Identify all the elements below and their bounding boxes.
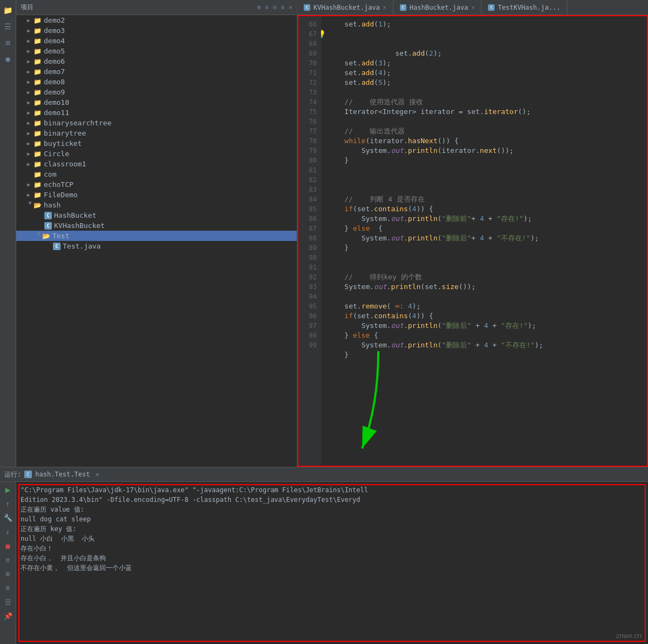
tab-icon-kvhashbucket: C bbox=[304, 4, 310, 11]
code-line-93: set.remove( ∞: 4); bbox=[328, 301, 648, 311]
console-output-3: 正在遍历 key 值: bbox=[21, 524, 644, 534]
run-bar: 运行: C hash.Test.Test ✕ bbox=[0, 467, 648, 482]
console-cmd-1: "C:\Program Files\Java\jdk-17\bin\java.e… bbox=[21, 485, 644, 495]
tab-close-kvhashbucket[interactable]: ✕ bbox=[383, 4, 386, 10]
console-cmd-2: Edition 2023.3.4\bin" -Dfile.encoding=UT… bbox=[21, 495, 644, 505]
console-output-4: null 小白 小黑 小头 bbox=[21, 534, 644, 544]
tree-item-demo3[interactable]: ▶ 📁 demo3 bbox=[16, 25, 297, 36]
console-output-5: 存在小白！ bbox=[21, 544, 644, 553]
tab-hashbucket[interactable]: C HashBucket.java ✕ bbox=[393, 0, 482, 15]
editor-panel: C KVHashBucket.java ✕ C HashBucket.java … bbox=[297, 0, 648, 467]
tree-item-circle[interactable]: ▶ 📁 Circle bbox=[16, 149, 297, 159]
tree-item-binarysearchtree[interactable]: ▶ 📁 binarysearchtree bbox=[16, 118, 297, 128]
run-bar-path: hash.Test.Test bbox=[35, 471, 90, 478]
code-line-96: } else { bbox=[328, 331, 648, 340]
console-stop-icon[interactable]: ■ bbox=[3, 540, 14, 551]
tree-item-echotcp[interactable]: ▶ 📁 echoTCP bbox=[16, 179, 297, 190]
code-line-80 bbox=[328, 175, 648, 185]
run-bar-icon: C bbox=[24, 471, 32, 478]
code-line-67: 💡 set.add(2); bbox=[328, 29, 648, 58]
console-pin-icon[interactable]: 📌 bbox=[3, 611, 14, 621]
tree-item-binarytree[interactable]: ▶ 📁 binarytree bbox=[16, 128, 297, 138]
tree-item-hash[interactable]: ▶ 📂 hash bbox=[16, 200, 297, 210]
code-line-95: System.out.println("删除后" + 4 + "存在!"); bbox=[328, 321, 648, 331]
sidebar-icon-folder[interactable]: 📁 bbox=[2, 4, 14, 16]
line-numbers: 66 67 68 69 70 71 72 73 74 75 76 77 78 7… bbox=[297, 15, 321, 467]
tree-item-demo4[interactable]: ▶ 📁 demo4 bbox=[16, 36, 297, 46]
tree-item-demo2[interactable]: ▶ 📁 demo2 bbox=[16, 15, 297, 25]
run-bar-close[interactable]: ✕ bbox=[95, 471, 99, 478]
tree-item-demo9[interactable]: ▶ 📁 demo9 bbox=[16, 87, 297, 97]
tree-item-test-java[interactable]: C Test.java bbox=[16, 241, 297, 251]
console-list-icon[interactable]: ≡ bbox=[3, 554, 14, 565]
code-line-74 bbox=[328, 117, 648, 126]
code-line-86: System.out.println("删除后"+ 4 + "不存在!"); bbox=[328, 233, 648, 243]
code-line-81 bbox=[328, 185, 648, 194]
tree-item-com[interactable]: 📁 com bbox=[16, 169, 297, 179]
code-line-87: } bbox=[328, 243, 648, 253]
tree-item-demo8[interactable]: ▶ 📁 demo8 bbox=[16, 77, 297, 87]
tree-item-classroom1[interactable]: ▶ 📁 classroom1 bbox=[16, 159, 297, 169]
sidebar-icon-structure[interactable]: ☰ bbox=[2, 21, 14, 32]
code-line-66: set.add(1); bbox=[328, 19, 648, 29]
console-run-icon[interactable]: ▶ bbox=[3, 484, 14, 495]
code-line-89 bbox=[328, 263, 648, 272]
tree-item-demo5[interactable]: ▶ 📁 demo5 bbox=[16, 46, 297, 56]
tree-item-demo10[interactable]: ▶ 📁 demo10 bbox=[16, 97, 297, 108]
console-arrow-up-icon[interactable]: ↑ bbox=[3, 498, 14, 509]
tree-header-icon-5[interactable]: ✕ bbox=[289, 4, 292, 11]
code-line-83: if(set.contains(4)) { bbox=[328, 204, 648, 214]
tree-item-demo7[interactable]: ▶ 📁 demo7 bbox=[16, 66, 297, 77]
code-line-85: } else { bbox=[328, 224, 648, 233]
file-tree-header: 项目 ⊞ ≡ ⊟ ⚙ ✕ bbox=[16, 0, 297, 15]
tab-kvhashbucket[interactable]: C KVHashBucket.java ✕ bbox=[297, 0, 393, 15]
code-line-70: set.add(5); bbox=[328, 78, 648, 88]
left-sidebar: 📁 ☰ ⊞ ● bbox=[0, 0, 16, 467]
tree-item-hashbucket[interactable]: C HashBucket bbox=[16, 210, 297, 220]
tab-testkvhash[interactable]: C TestKVHash.ja... bbox=[482, 0, 567, 15]
console-settings-icon[interactable]: ☰ bbox=[3, 596, 14, 607]
console-area: ▶ ↑ 🔧 ↓ ■ ≡ ⊞ ⊗ ☰ 📌 "C:\Program Files\Ja… bbox=[0, 482, 648, 644]
console-wrench-icon[interactable]: 🔧 bbox=[3, 512, 14, 523]
code-line-72: // 使用迭代器 接收 bbox=[328, 97, 648, 107]
tree-item-buyticket[interactable]: ▶ 📁 buyticket bbox=[16, 138, 297, 149]
tab-icon-hashbucket: C bbox=[400, 4, 406, 11]
tree-item-test-folder[interactable]: ▶ 📂 Test bbox=[16, 231, 297, 241]
code-line-84: System.out.println("删除前"+ 4 + "存在!"); bbox=[328, 214, 648, 224]
code-content[interactable]: set.add(1); 💡 set.add(2); set.add(3); se… bbox=[321, 15, 648, 467]
tree-header-icon-4[interactable]: ⚙ bbox=[281, 4, 285, 11]
code-line-97: System.out.println("删除后" + 4 + "不存在!"); bbox=[328, 340, 648, 350]
console-sidebar: ▶ ↑ 🔧 ↓ ■ ≡ ⊞ ⊗ ☰ 📌 bbox=[0, 482, 16, 644]
tree-header-icon-1[interactable]: ⊞ bbox=[257, 4, 261, 11]
tab-icon-testkvhash: C bbox=[488, 4, 495, 11]
code-line-75: // 输出迭代器 bbox=[328, 126, 648, 136]
editor-tab-bar: C KVHashBucket.java ✕ C HashBucket.java … bbox=[297, 0, 648, 15]
tree-item-demo6[interactable]: ▶ 📁 demo6 bbox=[16, 56, 297, 66]
console-output-1: 正在遍历 value 值: bbox=[21, 505, 644, 514]
code-line-79 bbox=[328, 165, 648, 175]
console-output: "C:\Program Files\Java\jdk-17\bin\java.e… bbox=[16, 482, 648, 644]
code-line-99 bbox=[328, 360, 648, 370]
console-arrow-down-icon[interactable]: ↓ bbox=[3, 526, 14, 537]
console-output-2: null dog cat sleep bbox=[21, 514, 644, 524]
code-line-98: } bbox=[328, 350, 648, 360]
code-line-82: // 判断 4 是否存在 bbox=[328, 194, 648, 204]
tree-header-icon-2[interactable]: ≡ bbox=[265, 4, 269, 11]
code-line-69: set.add(4); bbox=[328, 68, 648, 78]
console-layout-icon[interactable]: ⊞ bbox=[3, 568, 14, 579]
tree-item-demo11[interactable]: ▶ 📁 demo11 bbox=[16, 108, 297, 118]
tab-close-hashbucket[interactable]: ✕ bbox=[471, 4, 475, 10]
tree-header-icon-3[interactable]: ⊟ bbox=[273, 4, 277, 11]
code-line-68: set.add(3); bbox=[328, 58, 648, 68]
code-line-71 bbox=[328, 88, 648, 97]
sidebar-icon-commits[interactable]: ⊞ bbox=[2, 37, 14, 49]
sidebar-icon-dot[interactable]: ● bbox=[2, 53, 14, 65]
tree-item-filedemo[interactable]: ▶ 📁 FileDemo bbox=[16, 190, 297, 200]
code-line-76: while(iterator.hasNext()) { bbox=[328, 136, 648, 146]
code-line-77: System.out.println(iterator.next()); bbox=[328, 146, 648, 156]
tree-item-kvhashbucket[interactable]: C KVHashBucket bbox=[16, 220, 297, 231]
bulb-icon[interactable]: 💡 bbox=[321, 29, 326, 39]
code-editor: 66 67 68 69 70 71 72 73 74 75 76 77 78 7… bbox=[297, 15, 648, 467]
code-line-78: } bbox=[328, 156, 648, 165]
console-filter-icon[interactable]: ⊗ bbox=[3, 582, 14, 593]
